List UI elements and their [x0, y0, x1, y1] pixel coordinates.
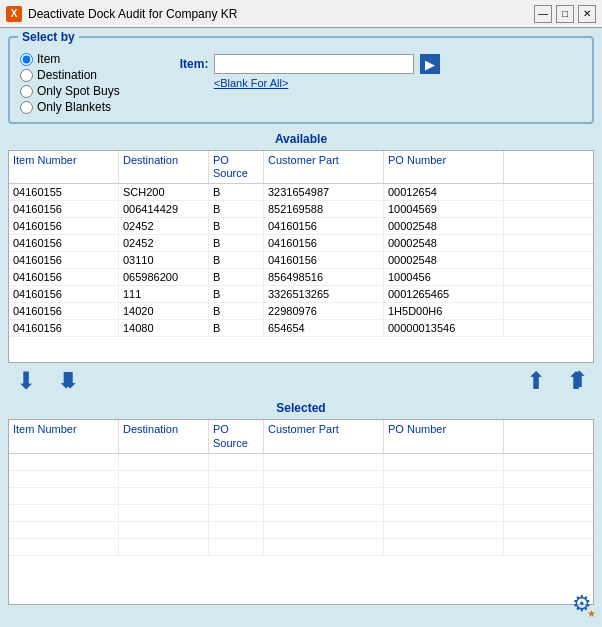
table-row[interactable]: 04160156 14020 B 22980976 1H5D00H6: [9, 303, 593, 320]
radio-destination-input[interactable]: [20, 69, 33, 82]
available-section: Available Item Number Destination POSour…: [8, 132, 594, 363]
table-row[interactable]: 04160156 02452 B 04160156 00002548: [9, 218, 593, 235]
sel-col-customer-part[interactable]: Customer Part: [264, 420, 384, 452]
radio-spotbuys-label: Only Spot Buys: [37, 84, 120, 98]
cell-destination: 111: [119, 286, 209, 302]
cell-po-number: 1H5D00H6: [384, 303, 504, 319]
available-grid-header: Item Number Destination POSource Custome…: [9, 151, 593, 184]
cell-po-source: B: [209, 320, 264, 336]
arrow-up-all-icon: ⬆⬆: [566, 367, 586, 395]
sel-col-po-source[interactable]: POSource: [209, 420, 264, 452]
gear-icon-container[interactable]: ⚙ ★: [572, 591, 592, 617]
move-down-buttons: ⬇ ⬇⬇: [8, 367, 84, 395]
sel-col-item-number[interactable]: Item Number: [9, 420, 119, 452]
cell-destination: 02452: [119, 235, 209, 251]
cell-customer-part: 654654: [264, 320, 384, 336]
table-row[interactable]: 04160156 065986200 B 856498516 1000456: [9, 269, 593, 286]
table-row[interactable]: 04160156 02452 B 04160156 00002548: [9, 235, 593, 252]
radio-blankets[interactable]: Only Blankets: [20, 100, 120, 114]
blank-for-all-link[interactable]: <Blank For All>: [214, 77, 289, 89]
cell-po-source: B: [209, 218, 264, 234]
cell-item-number: 04160155: [9, 184, 119, 200]
table-row[interactable]: 04160156 111 B 3326513265 0001265465: [9, 286, 593, 303]
maximize-button[interactable]: □: [556, 5, 574, 23]
cell-po-number: 00012654: [384, 184, 504, 200]
available-grid-body[interactable]: 04160155 SCH200 B 3231654987 00012654 04…: [9, 184, 593, 362]
gear-icon[interactable]: ⚙ ★: [572, 591, 592, 617]
radio-destination[interactable]: Destination: [20, 68, 120, 82]
cell-item-number: 04160156: [9, 320, 119, 336]
cell-customer-part: 852169588: [264, 201, 384, 217]
radio-spotbuys-input[interactable]: [20, 85, 33, 98]
move-up-all-button[interactable]: ⬆⬆: [558, 367, 594, 395]
radio-spotbuys[interactable]: Only Spot Buys: [20, 84, 120, 98]
cell-item-number: 04160156: [9, 303, 119, 319]
move-down-button[interactable]: ⬇: [8, 367, 44, 395]
cell-po-source: B: [209, 286, 264, 302]
cell-po-source: B: [209, 252, 264, 268]
col-destination[interactable]: Destination: [119, 151, 209, 183]
table-row: [9, 522, 593, 539]
table-row[interactable]: 04160155 SCH200 B 3231654987 00012654: [9, 184, 593, 201]
cell-po-source: B: [209, 269, 264, 285]
arrow-down-icon: ⬇: [16, 367, 36, 395]
sel-col-po-number[interactable]: PO Number: [384, 420, 504, 452]
cell-item-number: 04160156: [9, 201, 119, 217]
cell-item-number: 04160156: [9, 218, 119, 234]
available-label: Available: [8, 132, 594, 146]
move-down-all-button[interactable]: ⬇⬇: [48, 367, 84, 395]
selected-label: Selected: [8, 401, 594, 415]
cell-po-number: 0001265465: [384, 286, 504, 302]
arrow-row: ⬇ ⬇⬇ ⬆ ⬆⬆: [8, 363, 594, 399]
minimize-button[interactable]: —: [534, 5, 552, 23]
move-up-button[interactable]: ⬆: [518, 367, 554, 395]
col-customer-part[interactable]: Customer Part: [264, 151, 384, 183]
selected-grid: Item Number Destination POSource Custome…: [8, 419, 594, 604]
radio-item-label: Item: [37, 52, 60, 66]
radio-blankets-input[interactable]: [20, 101, 33, 114]
col-po-number[interactable]: PO Number: [384, 151, 504, 183]
selected-section: Selected Item Number Destination POSourc…: [8, 401, 594, 604]
close-button[interactable]: ✕: [578, 5, 596, 23]
cell-item-number: 04160156: [9, 286, 119, 302]
radio-group: Item Destination Only Spot Buys Only Bla…: [20, 52, 120, 114]
cell-customer-part: 3326513265: [264, 286, 384, 302]
cell-customer-part: 3231654987: [264, 184, 384, 200]
cell-po-source: B: [209, 184, 264, 200]
arrow-down-all-icon: ⬇⬇: [57, 368, 75, 394]
cell-item-number: 04160156: [9, 252, 119, 268]
cell-destination: 03110: [119, 252, 209, 268]
cell-po-source: B: [209, 303, 264, 319]
cell-item-number: 04160156: [9, 269, 119, 285]
cell-customer-part: 04160156: [264, 235, 384, 251]
cell-po-number: 00000013546: [384, 320, 504, 336]
cell-po-number: 00002548: [384, 235, 504, 251]
table-row: [9, 488, 593, 505]
cell-po-source: B: [209, 201, 264, 217]
col-po-source[interactable]: POSource: [209, 151, 264, 183]
selected-grid-body[interactable]: [9, 454, 593, 604]
table-row: [9, 539, 593, 556]
radio-item[interactable]: Item: [20, 52, 120, 66]
cell-destination: 14020: [119, 303, 209, 319]
item-label: Item:: [180, 57, 209, 71]
cell-po-number: 1000456: [384, 269, 504, 285]
item-dropdown-button[interactable]: ▶: [420, 54, 440, 74]
arrow-up-icon: ⬆: [526, 367, 546, 395]
col-item-number[interactable]: Item Number: [9, 151, 119, 183]
select-by-label: Select by: [18, 30, 79, 44]
cell-customer-part: 856498516: [264, 269, 384, 285]
available-grid: Item Number Destination POSource Custome…: [8, 150, 594, 363]
table-row[interactable]: 04160156 006414429 B 852169588 10004569: [9, 201, 593, 218]
radio-item-input[interactable]: [20, 53, 33, 66]
item-input[interactable]: [214, 54, 414, 74]
sel-col-destination[interactable]: Destination: [119, 420, 209, 452]
cell-po-number: 00002548: [384, 252, 504, 268]
table-row[interactable]: 04160156 14080 B 654654 00000013546: [9, 320, 593, 337]
move-up-buttons: ⬆ ⬆⬆: [518, 367, 594, 395]
app-icon: X: [6, 6, 22, 22]
cell-customer-part: 22980976: [264, 303, 384, 319]
table-row[interactable]: 04160156 03110 B 04160156 00002548: [9, 252, 593, 269]
cell-po-number: 10004569: [384, 201, 504, 217]
cell-destination: 02452: [119, 218, 209, 234]
